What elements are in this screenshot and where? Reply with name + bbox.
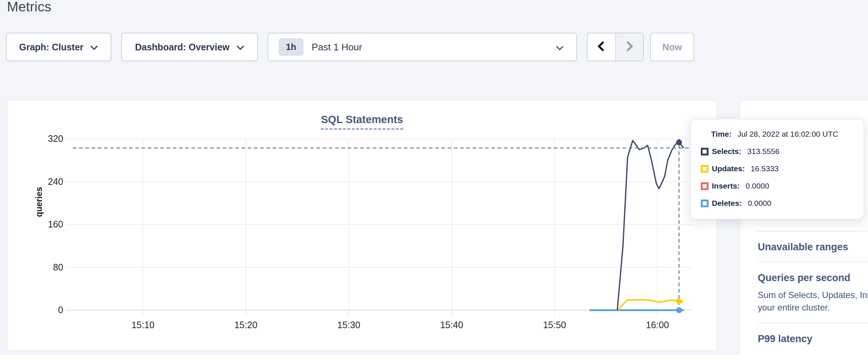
y-tick-label: 0 bbox=[19, 305, 63, 315]
time-step-controls bbox=[587, 33, 644, 61]
series-swatch-icon bbox=[701, 165, 709, 173]
time-range-dropdown[interactable]: 1h Past 1 Hour bbox=[268, 33, 577, 61]
y-tick-label: 160 bbox=[19, 219, 63, 230]
tooltip-row-label: Selects: bbox=[712, 147, 742, 156]
chevron-down-icon bbox=[556, 46, 564, 52]
graph-dropdown-label: Graph: Cluster bbox=[19, 42, 83, 53]
tooltip-series-rows: Selects:313.5556Updates:16.5333Inserts:0… bbox=[701, 146, 864, 208]
tooltip-row-updates: Updates:16.5333 bbox=[701, 164, 864, 174]
chart-title[interactable]: SQL Statements bbox=[321, 114, 403, 130]
chevron-down-icon bbox=[90, 42, 98, 53]
tooltip-time-value: Jul 28, 2022 at 16:02:00 UTC bbox=[738, 130, 838, 139]
x-tick-label: 16:00 bbox=[632, 320, 683, 330]
tooltip-row-value: 0.0000 bbox=[746, 182, 769, 190]
chart-tooltip: Time: Jul 28, 2022 at 16:02:00 UTC Selec… bbox=[690, 119, 864, 219]
dashboard-dropdown[interactable]: Dashboard: Overview bbox=[121, 33, 258, 61]
chart-title-wrap: SQL Statements bbox=[7, 114, 717, 130]
page-title: Metrics bbox=[7, 0, 51, 15]
next-time-button[interactable] bbox=[616, 33, 643, 61]
sidebar-section-description: Sum of Selects, Updates, Inseryour entir… bbox=[758, 289, 868, 314]
sidebar-sections: Unavailable rangesQueries per secondSum … bbox=[758, 231, 868, 354]
series-swatch-icon bbox=[701, 200, 709, 207]
sidebar-section: P99 latency bbox=[758, 323, 868, 354]
tooltip-row-value: 0.0000 bbox=[748, 199, 771, 208]
x-tick-label: 15:50 bbox=[529, 320, 580, 330]
time-range-badge: 1h bbox=[279, 38, 304, 56]
chevron-left-icon bbox=[596, 40, 606, 54]
sidebar-section: Queries per secondSum of Selects, Update… bbox=[758, 262, 868, 323]
x-tick-label: 15:40 bbox=[426, 320, 477, 330]
tooltip-row-value: 313.5556 bbox=[747, 147, 780, 156]
tooltip-time-row: Time: Jul 28, 2022 at 16:02:00 UTC bbox=[701, 129, 864, 139]
tooltip-row-inserts: Inserts:0.0000 bbox=[701, 181, 864, 191]
x-tick-label: 15:10 bbox=[117, 320, 169, 330]
prev-time-button[interactable] bbox=[588, 33, 616, 61]
dashboard-dropdown-label: Dashboard: Overview bbox=[135, 42, 229, 53]
tooltip-row-label: Inserts: bbox=[712, 182, 740, 190]
sidebar-section-title: Queries per second bbox=[758, 272, 868, 284]
y-tick-label: 320 bbox=[19, 133, 63, 144]
y-tick-label: 240 bbox=[19, 176, 63, 187]
sidebar-section: Unavailable ranges bbox=[758, 231, 868, 262]
tooltip-row-label: Deletes: bbox=[712, 199, 742, 208]
tooltip-row-selects: Selects:313.5556 bbox=[701, 146, 864, 157]
tooltip-time-label: Time: bbox=[711, 130, 732, 139]
metrics-page: Metrics Graph: Cluster Dashboard: Overvi… bbox=[0, 0, 868, 355]
x-tick-label: 15:20 bbox=[220, 320, 272, 330]
sidebar-section-title: Unavailable ranges bbox=[758, 241, 868, 253]
sidebar-section-title: P99 latency bbox=[758, 333, 868, 345]
graph-dropdown[interactable]: Graph: Cluster bbox=[6, 33, 111, 61]
series-swatch-icon bbox=[701, 182, 709, 190]
chevron-right-icon bbox=[625, 40, 634, 54]
x-tick-label: 15:30 bbox=[323, 320, 374, 330]
series-swatch-icon bbox=[701, 148, 709, 155]
tooltip-row-value: 16.5333 bbox=[751, 164, 779, 173]
time-range-label: Past 1 Hour bbox=[312, 42, 362, 53]
tooltip-row-deletes: Deletes:0.0000 bbox=[701, 198, 864, 208]
chevron-down-icon bbox=[236, 42, 244, 53]
y-tick-label: 80 bbox=[19, 262, 63, 273]
sql-statements-chart-card[interactable] bbox=[7, 100, 717, 351]
now-button[interactable]: Now bbox=[650, 33, 694, 61]
tooltip-row-label: Updates: bbox=[712, 164, 745, 173]
